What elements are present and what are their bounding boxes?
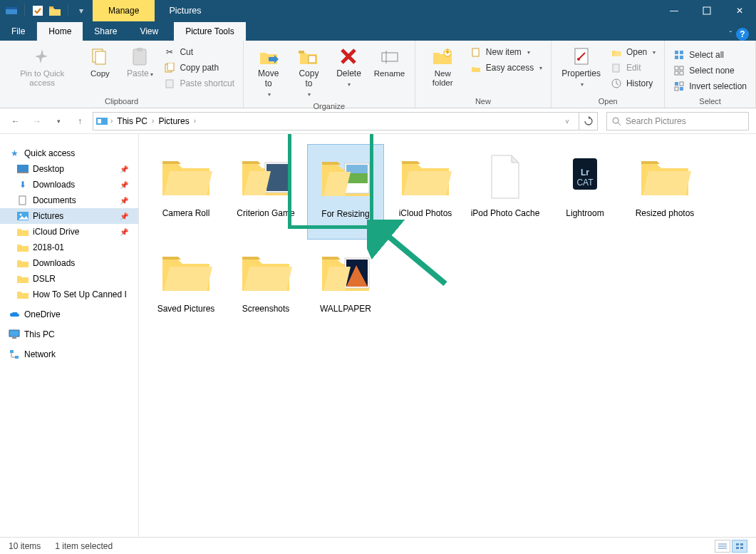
status-bar: 10 items 1 item selected (0, 537, 756, 554)
this-pc-icon (9, 329, 20, 340)
folder-item[interactable]: iPod Photo Cache (467, 144, 544, 240)
status-item-count: 10 items (9, 541, 41, 551)
refresh-button[interactable] (579, 112, 598, 130)
sidebar-dslr[interactable]: DSLR (0, 271, 138, 287)
new-folder-button[interactable]: ✦ New folder (421, 43, 465, 89)
maximize-button[interactable] (690, 0, 723, 21)
sidebar-icloud[interactable]: iCloud Drive📌 (0, 224, 138, 240)
copy-to-button[interactable]: Copy to▾ (290, 43, 327, 100)
sidebar-this-pc[interactable]: This PC (0, 327, 138, 342)
search-box[interactable]: Search Pictures (606, 112, 749, 130)
sidebar-onedrive[interactable]: OneDrive (0, 307, 138, 322)
svg-rect-23 (675, 51, 678, 54)
edit-button[interactable]: Edit (608, 61, 658, 75)
desktop-icon (17, 163, 29, 175)
sidebar-documents[interactable]: Documents📌 (0, 193, 138, 208)
copy-path-button[interactable]: Copy path (161, 61, 237, 75)
view-icons-button[interactable] (732, 540, 747, 553)
pin-to-quick-access-button[interactable]: Pin to Quick access (6, 43, 78, 89)
address-icon (96, 116, 108, 127)
qat-checkbox-icon[interactable] (31, 4, 45, 18)
search-placeholder: Search Pictures (626, 116, 686, 126)
qat-overflow-icon[interactable]: ▾ (74, 4, 88, 18)
folder-item[interactable]: iCloud Photos (387, 144, 464, 240)
folder-icon (17, 257, 29, 269)
tab-picture-tools[interactable]: Picture Tools (174, 22, 245, 41)
sidebar: ★Quick access Desktop📌 ⬇Downloads📌 Docum… (0, 134, 139, 545)
cut-button[interactable]: ✂Cut (161, 45, 237, 59)
svg-rect-7 (133, 49, 146, 65)
svg-text:✦: ✦ (444, 47, 451, 57)
pin-icon: 📌 (120, 228, 128, 236)
new-item-button[interactable]: New item▾ (467, 45, 545, 59)
rename-icon (378, 45, 401, 68)
ribbon-collapse-icon[interactable]: ˇ (730, 31, 732, 39)
sidebar-canned[interactable]: How To Set Up Canned I (0, 287, 138, 302)
sidebar-downloads-2[interactable]: Downloads (0, 255, 138, 271)
delete-button[interactable]: Delete▾ (330, 43, 367, 90)
sidebar-2018-01[interactable]: 2018-01 (0, 240, 138, 255)
help-icon[interactable]: ? (736, 28, 749, 41)
sidebar-desktop[interactable]: Desktop📌 (0, 161, 138, 177)
svg-rect-24 (680, 51, 683, 54)
folder-item[interactable]: Saved Pictures (147, 240, 224, 335)
view-details-button[interactable] (715, 540, 730, 553)
folder-icon (317, 244, 374, 301)
open-button[interactable]: Open▾ (608, 45, 658, 59)
rename-button[interactable]: Rename (370, 43, 408, 80)
nav-forward-button[interactable]: → (29, 113, 46, 130)
qat-folder-icon[interactable] (48, 4, 62, 18)
copy-button[interactable]: Copy (81, 43, 118, 80)
address-bar[interactable]: › This PC › Pictures › v (93, 112, 579, 130)
select-none-button[interactable]: Select none (670, 63, 750, 78)
folder-icon (157, 244, 214, 301)
nav-up-button[interactable]: ↑ (71, 113, 88, 130)
easy-access-button[interactable]: Easy access▾ (467, 61, 545, 75)
nav-back-button[interactable]: ← (7, 113, 24, 130)
svg-point-43 (20, 214, 22, 216)
breadcrumb-pictures[interactable]: Pictures (157, 116, 190, 126)
select-all-icon (673, 49, 685, 61)
open-icon (611, 46, 622, 58)
close-button[interactable]: ✕ (723, 0, 756, 21)
tab-share[interactable]: Share (83, 22, 128, 41)
contextual-tab-label[interactable]: Manage (93, 0, 155, 21)
folder-item[interactable]: Camera Roll (147, 144, 224, 240)
nav-recent-button[interactable]: ▾ (50, 113, 67, 130)
folder-icon (237, 148, 294, 205)
folder-item[interactable]: Resized photos (626, 144, 703, 240)
folder-item[interactable]: Criterion Game (227, 144, 304, 240)
tab-view[interactable]: View (128, 22, 170, 41)
minimize-button[interactable]: — (658, 0, 690, 21)
address-dropdown-icon[interactable]: v (559, 113, 576, 130)
new-folder-icon: ✦ (431, 45, 454, 68)
svg-rect-30 (680, 71, 683, 75)
folder-item[interactable]: For Resizing (307, 144, 384, 240)
edit-icon (611, 62, 622, 73)
invert-selection-button[interactable]: Invert selection (670, 79, 750, 93)
svg-rect-28 (680, 66, 683, 70)
select-all-button[interactable]: Select all (670, 48, 750, 62)
move-to-button[interactable]: Move to▾ (249, 43, 287, 100)
folder-item[interactable]: Screenshots (227, 240, 304, 335)
tab-file[interactable]: File (0, 22, 37, 41)
tab-home[interactable]: Home (37, 22, 83, 41)
svg-rect-36 (98, 119, 101, 123)
paste-button[interactable]: Paste▾ (121, 43, 158, 81)
svg-rect-46 (10, 350, 14, 353)
folder-item[interactable]: LrCATLightroom (547, 144, 623, 240)
sidebar-quick-access[interactable]: ★Quick access (0, 145, 138, 161)
sidebar-pictures[interactable]: Pictures📌 (0, 208, 138, 224)
properties-icon (570, 45, 593, 68)
ribbon-group-organize: Move to▾ Copy to▾ Delete▾ Rename Organiz… (244, 41, 415, 108)
breadcrumb-this-pc[interactable]: This PC (115, 116, 149, 126)
history-button[interactable]: History (608, 76, 658, 91)
sidebar-network[interactable]: Network (0, 347, 138, 362)
content-area[interactable]: Camera RollCriterion GameFor ResizingiCl… (139, 134, 756, 545)
paste-shortcut-button[interactable]: Paste shortcut (161, 76, 237, 91)
copy-to-icon (297, 45, 320, 68)
properties-button[interactable]: Properties▾ (557, 43, 605, 90)
svg-point-20 (577, 58, 580, 61)
sidebar-downloads[interactable]: ⬇Downloads📌 (0, 177, 138, 193)
folder-item[interactable]: WALLPAPER (307, 240, 384, 335)
